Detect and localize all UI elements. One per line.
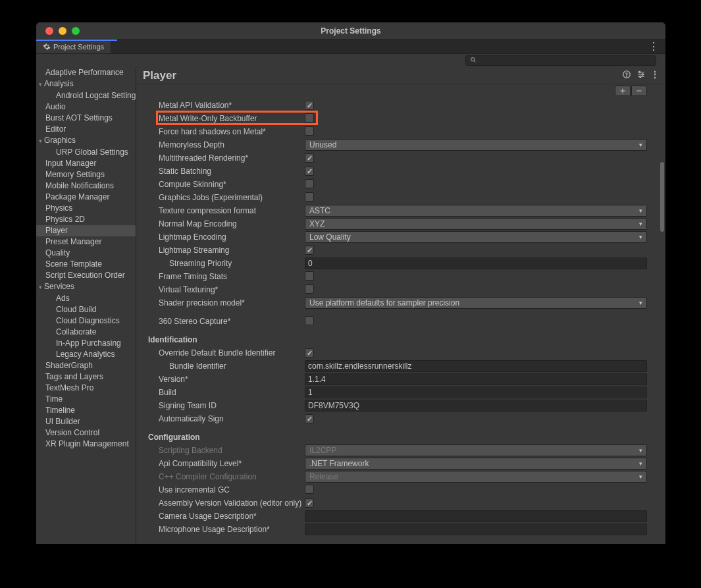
- property-field: [305, 271, 647, 282]
- inspector: Metal API Validation*Metal Write-Only Ba…: [136, 97, 665, 544]
- property-row: Shader precision model*Use platform defa…: [147, 296, 647, 309]
- search-icon: [470, 57, 477, 65]
- sidebar-item[interactable]: ▾Graphics: [36, 135, 136, 147]
- sidebar-item[interactable]: XR Plugin Management: [36, 439, 136, 450]
- dropdown[interactable]: Low Quality: [305, 231, 647, 243]
- add-button[interactable]: [615, 86, 631, 96]
- sidebar-item[interactable]: Timeline: [36, 405, 136, 416]
- sidebar-item[interactable]: UI Builder: [36, 416, 136, 427]
- sidebar-item[interactable]: ▾Analysis: [36, 78, 136, 90]
- remove-button[interactable]: [631, 86, 647, 96]
- checkbox[interactable]: [305, 101, 314, 110]
- sidebar-item[interactable]: Package Manager: [36, 192, 136, 203]
- search-input[interactable]: [465, 55, 656, 66]
- checkbox[interactable]: [305, 192, 314, 201]
- sidebar-item[interactable]: URP Global Settings: [36, 147, 136, 158]
- sidebar-item[interactable]: Mobile Notifications: [36, 180, 136, 192]
- checkbox[interactable]: [305, 179, 314, 188]
- sidebar-item-label: Burst AOT Settings: [45, 113, 113, 122]
- sidebar-item[interactable]: Collaborate: [36, 327, 136, 338]
- sidebar-item[interactable]: Input Manager: [36, 158, 136, 169]
- sidebar-item-label: Input Manager: [45, 159, 96, 168]
- sidebar-item[interactable]: Quality: [36, 248, 136, 259]
- checkbox[interactable]: [305, 113, 314, 122]
- tab-menu-button[interactable]: ⋮: [642, 40, 665, 53]
- dropdown[interactable]: XYZ: [305, 218, 647, 230]
- property-label: Texture compression format: [147, 206, 305, 215]
- sidebar-item-label: Quality: [45, 248, 70, 257]
- maximize-button[interactable]: [72, 27, 80, 35]
- property-row: Metal API Validation*: [147, 99, 647, 112]
- sidebar-item[interactable]: Editor: [36, 124, 136, 135]
- sidebar-item[interactable]: Ads: [36, 293, 136, 304]
- kebab-icon[interactable]: ⋮: [651, 70, 659, 81]
- sidebar-item[interactable]: Preset Manager: [36, 236, 136, 248]
- sidebar-item[interactable]: Adaptive Performance: [36, 67, 136, 78]
- body: Adaptive Performance▾AnalysisAndroid Log…: [36, 67, 665, 544]
- dropdown[interactable]: Release: [305, 471, 647, 483]
- property-label: Bundle Identifier: [147, 361, 305, 371]
- checkbox[interactable]: [305, 246, 314, 255]
- dropdown[interactable]: .NET Framework: [305, 458, 647, 469]
- text-input[interactable]: [305, 373, 647, 385]
- checkbox[interactable]: [305, 316, 314, 325]
- sidebar-item[interactable]: Physics 2D: [36, 214, 136, 225]
- property-label: Shader precision model*: [147, 298, 305, 307]
- property-label: Signing Team ID: [147, 401, 305, 410]
- checkbox[interactable]: [305, 414, 314, 423]
- checkbox[interactable]: [305, 284, 314, 294]
- titlebar: Project Settings: [36, 22, 665, 40]
- text-input[interactable]: [305, 523, 647, 535]
- close-button[interactable]: [45, 27, 53, 35]
- property-row: Override Default Bundle Identifier: [147, 346, 647, 360]
- checkbox[interactable]: [305, 126, 314, 136]
- sidebar-item[interactable]: Time: [36, 394, 136, 405]
- text-input[interactable]: [305, 360, 647, 372]
- sidebar-item[interactable]: Cloud Build: [36, 304, 136, 315]
- dropdown[interactable]: Unused: [305, 139, 647, 151]
- sidebar-item[interactable]: TextMesh Pro: [36, 383, 136, 394]
- tab-active-indicator: [36, 40, 117, 41]
- tab-bar: Project Settings ⋮: [36, 40, 665, 54]
- sidebar-item[interactable]: In-App Purchasing: [36, 338, 136, 349]
- sidebar-item[interactable]: Scene Template: [36, 259, 136, 270]
- checkbox[interactable]: [305, 498, 314, 508]
- checkbox[interactable]: [305, 348, 314, 358]
- checkbox[interactable]: [305, 485, 314, 494]
- sidebar-item-label: Cloud Build: [56, 305, 96, 314]
- dropdown[interactable]: Use platform defaults for sampler precis…: [305, 297, 647, 309]
- sidebar-item[interactable]: Script Execution Order: [36, 270, 136, 281]
- sidebar-item[interactable]: Tags and Layers: [36, 371, 136, 383]
- sidebar-item[interactable]: Legacy Analytics: [36, 349, 136, 360]
- sidebar-item[interactable]: Android Logcat Settings: [36, 90, 136, 101]
- dropdown[interactable]: ASTC: [305, 205, 647, 217]
- property-field: [305, 257, 647, 269]
- sidebar-item[interactable]: Burst AOT Settings: [36, 113, 136, 124]
- text-input[interactable]: [305, 387, 647, 398]
- sidebar-item[interactable]: Physics: [36, 203, 136, 214]
- sidebar-item[interactable]: Audio: [36, 101, 136, 113]
- property-label: Configuration: [147, 433, 305, 442]
- property-field: .NET Framework: [305, 458, 647, 469]
- checkbox[interactable]: [305, 167, 314, 176]
- text-input[interactable]: [305, 510, 647, 522]
- sidebar-item-label: Version Control: [45, 428, 99, 437]
- minimize-button[interactable]: [59, 27, 66, 35]
- scrollbar-thumb[interactable]: [660, 162, 664, 232]
- help-icon[interactable]: [622, 70, 631, 81]
- sidebar-item[interactable]: Player: [36, 225, 136, 236]
- property-label: Virtual Texturing*: [147, 285, 305, 294]
- text-input[interactable]: [305, 400, 647, 412]
- property-label: Metal API Validation*: [147, 101, 305, 110]
- text-input[interactable]: [305, 257, 647, 269]
- checkbox[interactable]: [305, 271, 314, 281]
- sidebar-item[interactable]: Memory Settings: [36, 169, 136, 180]
- sidebar-item[interactable]: ShaderGraph: [36, 360, 136, 371]
- preset-icon[interactable]: [636, 70, 646, 81]
- sidebar-item[interactable]: ▾Services: [36, 281, 136, 293]
- sidebar-item[interactable]: Version Control: [36, 427, 136, 439]
- checkbox[interactable]: [305, 153, 314, 163]
- sidebar-item[interactable]: Cloud Diagnostics: [36, 315, 136, 327]
- tab-project-settings[interactable]: Project Settings: [36, 40, 111, 53]
- dropdown[interactable]: IL2CPP: [305, 444, 647, 456]
